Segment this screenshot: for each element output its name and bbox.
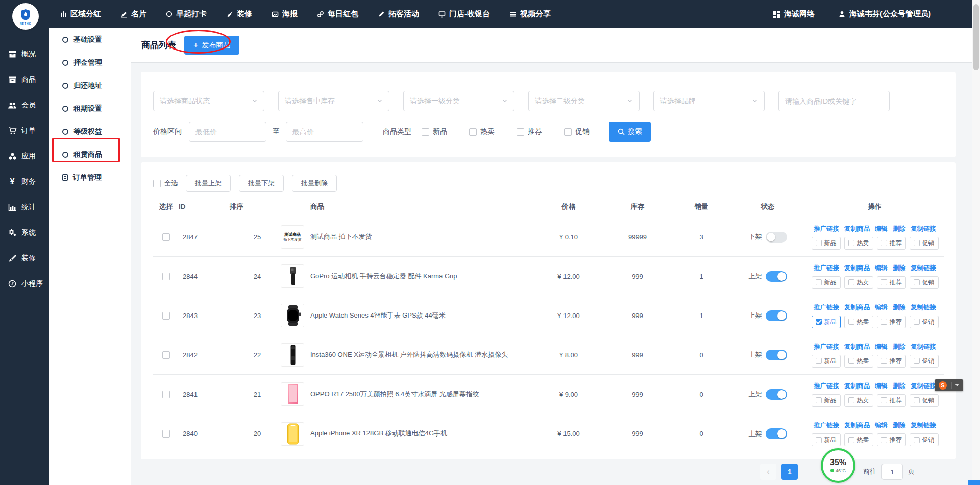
tag-checkbox-3[interactable]: 促销 bbox=[910, 276, 939, 289]
action-link-0[interactable]: 推广链接 bbox=[814, 421, 839, 430]
action-link-3[interactable]: 删除 bbox=[893, 303, 905, 312]
tag-checkbox-0[interactable]: 新品 bbox=[812, 433, 841, 446]
sidebar-item-2[interactable]: 会员 bbox=[0, 92, 49, 118]
action-link-4[interactable]: 复制链接 bbox=[911, 382, 936, 391]
type-checkbox-1[interactable]: 热卖 bbox=[469, 127, 495, 136]
logo[interactable]: NETHC bbox=[12, 3, 39, 30]
tag-checkbox-0[interactable]: 新品 bbox=[812, 316, 841, 328]
action-link-1[interactable]: 复制商品 bbox=[844, 382, 870, 391]
topbar-item-2[interactable]: 早起打卡 bbox=[166, 9, 207, 19]
batch-on-shelf-button[interactable]: 批量上架 bbox=[186, 175, 231, 192]
row-checkbox[interactable] bbox=[162, 391, 170, 398]
action-link-1[interactable]: 复制商品 bbox=[844, 421, 870, 430]
type-checkbox-0[interactable]: 新品 bbox=[422, 127, 447, 136]
topbar-item-1[interactable]: 名片 bbox=[120, 9, 146, 19]
row-checkbox[interactable] bbox=[162, 233, 170, 241]
tag-checkbox-0[interactable]: 新品 bbox=[812, 394, 841, 407]
tag-checkbox-0[interactable]: 新品 bbox=[812, 355, 841, 368]
action-link-1[interactable]: 复制商品 bbox=[844, 303, 870, 312]
row-checkbox[interactable] bbox=[162, 430, 170, 438]
batch-delete-button[interactable]: 批量删除 bbox=[292, 175, 337, 192]
action-link-2[interactable]: 编辑 bbox=[875, 225, 888, 233]
tag-checkbox-3[interactable]: 促销 bbox=[910, 316, 939, 328]
sidebar-item-1[interactable]: 商品 bbox=[0, 67, 49, 92]
action-link-4[interactable]: 复制链接 bbox=[911, 343, 936, 351]
action-link-0[interactable]: 推广链接 bbox=[814, 343, 839, 351]
action-link-2[interactable]: 编辑 bbox=[875, 264, 888, 273]
sidebar-item-0[interactable]: 概况 bbox=[0, 41, 49, 67]
submenu-item-3[interactable]: 租期设置 bbox=[49, 97, 131, 120]
tag-checkbox-1[interactable]: 热卖 bbox=[844, 433, 873, 446]
topbar-item-6[interactable]: 拓客活动 bbox=[378, 9, 419, 19]
sidebar-item-7[interactable]: 系统 bbox=[0, 220, 49, 246]
tag-checkbox-2[interactable]: 推荐 bbox=[877, 394, 906, 407]
type-checkbox-3[interactable]: 促销 bbox=[564, 127, 590, 136]
scrollbar-thumb[interactable] bbox=[973, 4, 979, 70]
goto-page-input[interactable] bbox=[881, 464, 903, 480]
action-link-1[interactable]: 复制商品 bbox=[844, 225, 870, 233]
sidebar-item-5[interactable]: ¥ 财务 bbox=[0, 169, 49, 195]
action-link-3[interactable]: 删除 bbox=[893, 225, 905, 233]
tag-checkbox-1[interactable]: 热卖 bbox=[844, 276, 873, 289]
filter-select-3[interactable]: 请选择二级分类 bbox=[528, 91, 640, 111]
submenu-item-0[interactable]: 基础设置 bbox=[49, 28, 131, 51]
action-link-4[interactable]: 复制链接 bbox=[911, 225, 936, 233]
action-link-2[interactable]: 编辑 bbox=[875, 343, 888, 351]
type-checkbox-2[interactable]: 推荐 bbox=[517, 127, 542, 136]
action-link-4[interactable]: 复制链接 bbox=[911, 264, 936, 273]
action-link-2[interactable]: 编辑 bbox=[875, 382, 888, 391]
search-button[interactable]: 搜索 bbox=[609, 122, 651, 142]
publish-product-button[interactable]: + 发布商品 bbox=[184, 36, 239, 55]
action-link-0[interactable]: 推广链接 bbox=[814, 303, 839, 312]
min-price-input[interactable] bbox=[189, 122, 266, 142]
status-toggle[interactable] bbox=[766, 389, 787, 400]
tag-checkbox-1[interactable]: 热卖 bbox=[844, 355, 873, 368]
topbar-item-0[interactable]: 区域分红 bbox=[60, 9, 101, 19]
status-toggle[interactable] bbox=[766, 428, 787, 439]
action-link-4[interactable]: 复制链接 bbox=[911, 421, 936, 430]
filter-select-1[interactable]: 请选择售中库存 bbox=[278, 91, 389, 111]
action-link-2[interactable]: 编辑 bbox=[875, 303, 888, 312]
filter-select-0[interactable]: 请选择商品状态 bbox=[153, 91, 264, 111]
action-link-0[interactable]: 推广链接 bbox=[814, 225, 839, 233]
submenu-item-1[interactable]: 押金管理 bbox=[49, 51, 131, 74]
submenu-item-4[interactable]: 等级权益 bbox=[49, 120, 131, 143]
sidebar-item-9[interactable]: 小程序 bbox=[0, 271, 49, 297]
tag-checkbox-2[interactable]: 推荐 bbox=[877, 237, 906, 250]
action-link-2[interactable]: 编辑 bbox=[875, 421, 888, 430]
sidebar-item-3[interactable]: 订单 bbox=[0, 118, 49, 143]
submenu-item-5[interactable]: 租赁商品 bbox=[49, 143, 131, 166]
topbar-right-item-0[interactable]: 海诚网络 bbox=[772, 9, 815, 19]
tag-checkbox-1[interactable]: 热卖 bbox=[844, 394, 873, 407]
topbar-item-7[interactable]: 门店-收银台 bbox=[438, 9, 490, 19]
row-checkbox[interactable] bbox=[162, 312, 170, 320]
topbar-item-3[interactable]: 装修 bbox=[226, 9, 252, 19]
submenu-item-6[interactable]: 订单管理 bbox=[49, 166, 131, 189]
tag-checkbox-3[interactable]: 促销 bbox=[910, 433, 939, 446]
sidebar-item-8[interactable]: 装修 bbox=[0, 246, 49, 271]
status-toggle[interactable] bbox=[766, 350, 787, 360]
action-link-3[interactable]: 删除 bbox=[893, 421, 905, 430]
tag-checkbox-2[interactable]: 推荐 bbox=[877, 276, 906, 289]
select-all-checkbox[interactable]: 全选 bbox=[153, 179, 178, 188]
action-link-3[interactable]: 删除 bbox=[893, 382, 905, 391]
topbar-item-8[interactable]: 视频分享 bbox=[509, 9, 551, 19]
tag-checkbox-1[interactable]: 热卖 bbox=[844, 316, 873, 328]
max-price-input[interactable] bbox=[286, 122, 363, 142]
row-checkbox[interactable] bbox=[162, 273, 170, 280]
action-link-4[interactable]: 复制链接 bbox=[911, 303, 936, 312]
sogou-input-widget[interactable]: S bbox=[935, 379, 963, 391]
action-link-3[interactable]: 删除 bbox=[893, 264, 905, 273]
topbar-item-4[interactable]: 海报 bbox=[272, 9, 298, 19]
tag-checkbox-0[interactable]: 新品 bbox=[812, 276, 841, 289]
action-link-1[interactable]: 复制商品 bbox=[844, 343, 870, 351]
status-toggle[interactable] bbox=[766, 310, 787, 321]
submenu-item-2[interactable]: 归还地址 bbox=[49, 74, 131, 97]
performance-gauge-overlay[interactable]: 35% 46°C bbox=[821, 448, 855, 483]
tag-checkbox-3[interactable]: 促销 bbox=[910, 237, 939, 250]
tag-checkbox-1[interactable]: 热卖 bbox=[844, 237, 873, 250]
row-checkbox[interactable] bbox=[162, 351, 170, 359]
tag-checkbox-0[interactable]: 新品 bbox=[812, 237, 841, 250]
sidebar-item-6[interactable]: 统计 bbox=[0, 195, 49, 220]
action-link-0[interactable]: 推广链接 bbox=[814, 382, 839, 391]
